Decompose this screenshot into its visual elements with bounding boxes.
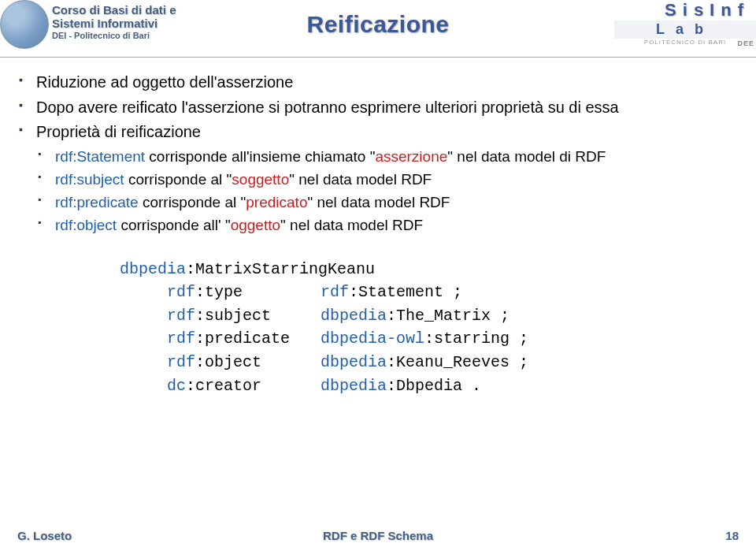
bullet-text: Riduzione ad oggetto dell'asserzione [36,73,293,91]
code-subject-line: dbpedia:MatrixStarringKeanu [120,259,739,281]
course-line-1: Corso di Basi di dati e [52,3,176,17]
keyword-term: asserzione [375,148,447,165]
bullet-level2: rdf:predicate corrisponde al "predicato"… [17,192,739,213]
institution-logo [0,0,49,49]
code-block: dbpedia:MatrixStarringKeanu rdf:typerdf:… [120,259,739,397]
text: corrisponde all' " [117,217,231,233]
bullet-level2: rdf:object corrisponde all' "oggetto" ne… [17,215,739,236]
lab-name-mid: Lab [614,20,756,39]
code-key: dc:creator [167,375,321,397]
code-key: rdf:type [167,281,321,303]
lab-dee: DEE [737,39,754,47]
code-key: rdf:object [167,352,321,374]
code-local: :MatrixStarringKeanu [186,260,375,278]
slide-content: Riduzione ad oggetto dell'asserzione Dop… [0,58,756,396]
slide-footer: G. Loseto RDF e RDF Schema 18 [0,529,756,542]
code-value: rdf:Statement ; [321,281,739,303]
code-prefix: dbpedia [120,260,186,278]
code-value: dbpedia:Dbpedia . [321,375,739,397]
keyword-rdf: rdf:subject [55,171,124,188]
bullet-text: Dopo avere reificato l'asserzione si pot… [36,99,619,116]
text: " nel data model RDF [307,194,450,210]
code-key: rdf:predicate [167,328,321,350]
text: " nel data model di RDF [447,148,606,165]
slide-title: Reificazione [306,11,449,38]
bullet-level1: Dopo avere reificato l'asserzione si pot… [17,97,739,119]
footer-title: RDF e RDF Schema [323,529,433,542]
bullet-level2: rdf:subject corrisponde al "soggetto" ne… [17,169,739,190]
bullet-level1: Proprietà di reificazione [17,121,739,143]
text: " nel data model RDF [289,171,432,188]
lab-name-sub: POLITECNICO DI BARI [614,39,756,46]
keyword-term: oggetto [231,217,280,233]
lab-name-top: SisInf [614,0,756,20]
code-value: dbpedia:Keanu_Reeves ; [321,352,739,374]
keyword-term: soggetto [232,171,289,188]
bullet-level2: rdf:Statement corrisponde all'insieme ch… [17,147,739,167]
footer-author: G. Loseto [17,529,72,542]
text: corrisponde al " [124,171,232,188]
code-value: dbpedia:The_Matrix ; [321,305,739,327]
keyword-rdf: rdf:predicate [55,194,139,210]
keyword-rdf: rdf:Statement [55,148,145,165]
code-rows: rdf:typerdf:Statement ;rdf:subjectdbpedi… [167,281,739,396]
text: corrisponde al " [139,194,246,210]
code-value: dbpedia-owl:starring ; [321,328,739,350]
bullet-text: Proprietà di reificazione [36,123,201,140]
course-subtitle: DEI - Politecnico di Bari [52,31,176,41]
text: corrisponde all'insieme chiamato " [145,148,375,165]
keyword-term: predicato [246,194,307,210]
keyword-rdf: rdf:object [55,217,117,233]
text: " nel data model RDF [280,217,423,233]
course-label: Corso di Basi di dati e Sistemi Informat… [52,3,176,40]
bullet-level1: Riduzione ad oggetto dell'asserzione [17,72,739,94]
code-key: rdf:subject [167,305,321,327]
footer-page: 18 [725,529,739,542]
course-line-2: Sistemi Informativi [52,17,176,30]
slide-header: Corso di Basi di dati e Sistemi Informat… [0,0,756,55]
lab-logo: SisInf Lab POLITECNICO DI BARI DEE [614,0,756,46]
